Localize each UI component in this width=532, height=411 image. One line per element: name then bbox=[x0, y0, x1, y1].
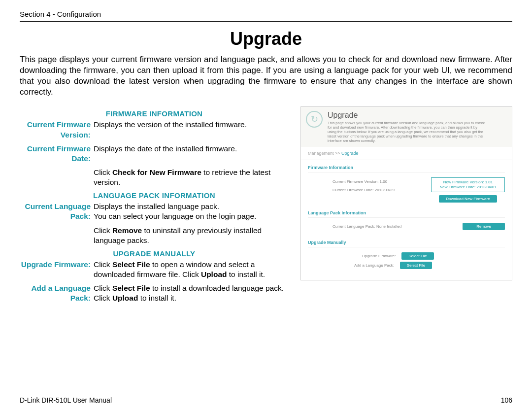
breadcrumb-prefix: Management >> bbox=[308, 151, 341, 156]
select-file-button[interactable]: Select File bbox=[401, 252, 433, 260]
def-value: Click Remove to uninstall any previously… bbox=[94, 226, 289, 245]
def-label: Current Language Pack: bbox=[20, 202, 94, 221]
footer-left: D-Link DIR-510L User Manual bbox=[20, 396, 112, 404]
intro-paragraph: This page displays your current firmware… bbox=[20, 54, 512, 98]
select-file-button[interactable]: Select File bbox=[400, 262, 432, 269]
bold-text: Select File bbox=[112, 260, 150, 269]
ss-section-title: Firmware Information bbox=[308, 165, 505, 172]
def-value: Click Check for New Firmware to retrieve… bbox=[94, 168, 289, 187]
def-value: Click Select File to install a downloade… bbox=[94, 283, 289, 303]
screenshot-column: ↻ Upgrade This page shows you your curre… bbox=[300, 106, 512, 307]
download-firmware-button[interactable]: Download New Firmware bbox=[439, 195, 497, 203]
ss-firmware-date: Current Firmware Date: 2013/03/29 bbox=[332, 188, 416, 192]
text: to install it. bbox=[227, 270, 265, 278]
ss-langpack-section: Language Pack Information Current Langua… bbox=[301, 206, 512, 235]
def-value: Displays the installed language pack. Yo… bbox=[94, 202, 289, 221]
ss-new-date: New Firmware Date: 2013/04/01 bbox=[435, 185, 500, 190]
bold-text: Upload bbox=[201, 270, 227, 278]
screenshot-mock: ↻ Upgrade This page shows you your curre… bbox=[300, 106, 512, 280]
firmware-info-heading: FIRMWARE INFORMATION bbox=[20, 109, 289, 118]
def-row: Add a Language Pack: Click Select File t… bbox=[20, 283, 289, 303]
def-row: Current Firmware Version: Displays the v… bbox=[20, 120, 289, 139]
breadcrumb-current: Upgrade bbox=[341, 151, 359, 156]
def-value: Click Select File to open a window and s… bbox=[94, 260, 289, 279]
text: Click bbox=[94, 260, 112, 269]
bold-text: Upload bbox=[112, 294, 138, 302]
ss-new-version: New Firmware Version: 1.01 bbox=[435, 180, 500, 185]
ss-section-title: Upgrade Manually bbox=[308, 240, 505, 247]
def-row: Click Check for New Firmware to retrieve… bbox=[20, 168, 289, 187]
language-info-heading: LANGUAGE PACK INFORMATION bbox=[20, 191, 289, 200]
text: Click bbox=[94, 226, 112, 235]
text: Click bbox=[94, 284, 112, 292]
def-value: Displays the version of the installed fi… bbox=[94, 120, 289, 139]
def-row: Upgrade Firmware: Click Select File to o… bbox=[20, 260, 289, 279]
ss-breadcrumb: Management >> Upgrade bbox=[301, 147, 512, 160]
text: Click bbox=[94, 168, 112, 176]
section-header: Section 4 - Configuration bbox=[20, 10, 512, 22]
def-label bbox=[20, 168, 94, 187]
def-label bbox=[20, 226, 94, 245]
page-title: Upgrade bbox=[20, 29, 512, 49]
def-row: Current Firmware Date: Displays the date… bbox=[20, 144, 289, 164]
def-label: Current Firmware Date: bbox=[20, 144, 94, 164]
footer-page-number: 106 bbox=[501, 396, 512, 404]
def-row: Click Remove to uninstall any previously… bbox=[20, 226, 289, 245]
ss-section-title: Language Pack Information bbox=[308, 210, 505, 218]
ss-langpack-current: Current Language Pack: None Installed bbox=[332, 224, 401, 229]
bold-text: Select File bbox=[112, 284, 150, 292]
def-label: Current Firmware Version: bbox=[20, 120, 94, 139]
ss-new-firmware-box: New Firmware Version: 1.01 New Firmware … bbox=[431, 177, 505, 192]
ss-title: Upgrade bbox=[328, 111, 485, 120]
ss-header: ↻ Upgrade This page shows you your curre… bbox=[301, 107, 512, 147]
upgrade-manually-heading: UPGRADE MANUALLY bbox=[20, 249, 289, 258]
definitions-column: FIRMWARE INFORMATION Current Firmware Ve… bbox=[20, 106, 289, 307]
refresh-icon: ↻ bbox=[306, 111, 323, 128]
remove-button[interactable]: Remove bbox=[463, 223, 505, 230]
bold-text: Remove bbox=[112, 226, 142, 235]
ss-firmware-version: Current Firmware Version: 1.00 bbox=[332, 179, 416, 184]
def-row: Current Language Pack: Displays the inst… bbox=[20, 202, 289, 221]
ss-manual-section: Upgrade Manually Upgrade Firmware: Selec… bbox=[301, 235, 512, 280]
def-label: Upgrade Firmware: bbox=[20, 260, 94, 279]
page-footer: D-Link DIR-510L User Manual 106 bbox=[20, 394, 512, 404]
ss-upgrade-firmware-label: Upgrade Firmware: bbox=[362, 254, 396, 258]
def-value: Displays the date of the installed firmw… bbox=[94, 144, 289, 164]
bold-text: Check for New Firmware bbox=[112, 168, 201, 176]
ss-desc: This page shows you your current firmwar… bbox=[328, 121, 485, 143]
def-label: Add a Language Pack: bbox=[20, 283, 94, 303]
ss-add-langpack-label: Add a Language Pack: bbox=[354, 263, 394, 268]
text: to install it. bbox=[138, 294, 176, 302]
ss-firmware-section: Firmware Information Current Firmware Ve… bbox=[301, 160, 512, 205]
